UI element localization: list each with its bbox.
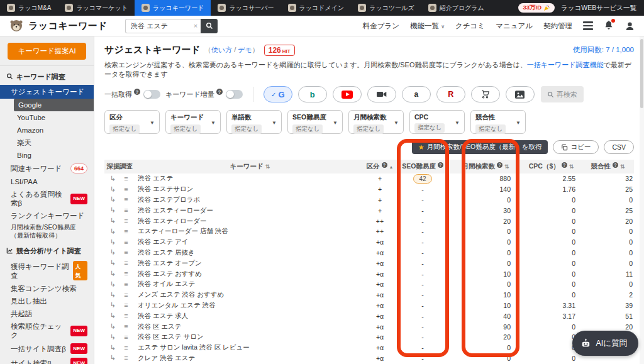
nav-features[interactable]: 機能一覧 ∨ xyxy=(410,21,445,31)
filter-CPC[interactable]: CPC指定なし▼ xyxy=(409,110,465,134)
table-row[interactable]: ↳≡渋谷 エステ おすすめ+α-10011 xyxy=(104,268,634,279)
filter-競合性[interactable]: 競合性指定なし▼ xyxy=(470,110,526,134)
scrollbar[interactable] xyxy=(640,36,644,364)
keyword-cell[interactable]: 渋谷 エステ xyxy=(135,174,365,183)
top-nav-tab-domain[interactable]: ラッコドメイン xyxy=(281,0,352,16)
top-nav-tab-referral[interactable]: 紹介プログラム xyxy=(421,0,491,16)
row-menu-icon[interactable]: ≡ xyxy=(124,270,128,278)
keyword-suggest-ai-button[interactable]: キーワード提案AI xyxy=(8,43,86,60)
engine-pill-google[interactable]: ✓G xyxy=(264,86,292,102)
keyword-cell[interactable]: 渋谷 エスティーローダー xyxy=(135,206,365,215)
column-header-月間検索数[interactable]: 月間検索数?⇅ xyxy=(450,162,521,171)
sidebar-item[interactable]: 見出し抽出 xyxy=(0,295,94,307)
sidebar-item[interactable]: 月間検索数/SEO難易度（最新情報取得） xyxy=(0,222,94,241)
column-header-キーワード[interactable]: キーワード⇅ xyxy=(135,162,365,171)
filter-SEO難易度[interactable]: SEO難易度指定なし▼ xyxy=(287,110,343,134)
scrollbar-thumb[interactable] xyxy=(640,39,643,108)
row-menu-icon[interactable]: ≡ xyxy=(124,333,128,341)
deep-dive-icon[interactable]: ↳ xyxy=(110,344,116,352)
filter-単語数[interactable]: 単語数指定なし▼ xyxy=(226,110,282,134)
filter-区分[interactable]: 区分指定なし▼ xyxy=(104,110,160,134)
row-menu-icon[interactable]: ≡ xyxy=(124,354,128,362)
table-row[interactable]: ↳≡渋谷 エスティーローダー+-30025 xyxy=(104,205,634,216)
deep-dive-icon[interactable]: ↳ xyxy=(110,301,116,309)
help-icon[interactable]: ? xyxy=(438,162,443,168)
sort-icon[interactable]: ⇅ xyxy=(504,163,509,170)
deep-dive-icon[interactable]: ↳ xyxy=(110,259,116,267)
deep-dive-icon[interactable]: ↳ xyxy=(110,354,116,362)
sort-icon[interactable]: ⇅ xyxy=(569,163,574,170)
keyword-cell[interactable]: クレア 渋谷 エステ xyxy=(135,354,365,363)
deep-dive-icon[interactable]: ↳ xyxy=(110,248,116,256)
sidebar-item[interactable]: よくある質問検索βNEW xyxy=(0,188,94,209)
nav-reviews[interactable]: クチコミ xyxy=(455,21,485,31)
table-row[interactable]: ↳≡エスティーローダー 店舗 渋谷++-000 xyxy=(104,226,634,237)
deep-dive-icon[interactable]: ↳ xyxy=(110,217,116,225)
engine-pill-video[interactable] xyxy=(367,86,396,102)
sidebar-item[interactable]: Google xyxy=(14,99,94,111)
sidebar-item[interactable]: 獲得キーワード調査人気 xyxy=(0,259,94,282)
keyword-cell[interactable]: メンズ エステ 渋谷 おすすめ xyxy=(135,290,365,299)
demo-link[interactable]: デモ xyxy=(238,46,252,53)
row-menu-icon[interactable]: ≡ xyxy=(124,185,128,194)
row-menu-icon[interactable]: ≡ xyxy=(124,248,128,256)
table-row[interactable]: ↳≡オリエンタル エステ 渋谷+α-103.3139 xyxy=(104,301,634,311)
brand-logo[interactable]: ラッコキーワード xyxy=(9,19,108,33)
engine-pill-bing[interactable]: b xyxy=(298,86,327,102)
table-row[interactable]: ↳≡渋谷 区 エステ+α-90020 xyxy=(104,321,634,332)
bulk-survey-link[interactable]: 一括キーワード調査機能 xyxy=(527,61,604,69)
column-header-SEO難易度[interactable]: SEO難易度? xyxy=(395,162,450,171)
row-menu-icon[interactable]: ≡ xyxy=(124,259,128,267)
filter-月間検索数[interactable]: 月間検索数指定なし▼ xyxy=(348,110,404,134)
row-menu-icon[interactable]: ≡ xyxy=(124,344,128,352)
table-row[interactable]: ↳≡渋谷 エステ+428802.5532 xyxy=(104,174,634,184)
account-icon[interactable] xyxy=(625,21,635,31)
keyword-cell[interactable]: 渋谷 エステ オープン xyxy=(135,259,365,268)
keyword-cell[interactable]: 渋谷 エスティローダー xyxy=(135,217,365,226)
column-header-深掘調査[interactable]: 深掘調査 xyxy=(104,162,135,171)
sidebar-item[interactable]: サイト検索βNEW xyxy=(0,356,94,364)
clear-search-icon[interactable]: × xyxy=(194,22,197,30)
howto-link[interactable]: 使い方 xyxy=(211,46,232,53)
sidebar-item[interactable]: ランクインキーワード xyxy=(0,209,94,222)
nav-contract[interactable]: 契約管理 xyxy=(543,21,572,31)
table-row[interactable]: ↳≡エステ サロン lavita 渋谷 区 レビュー+α-00 xyxy=(104,343,634,353)
sidebar-item[interactable]: YouTube xyxy=(0,111,94,124)
table-row[interactable]: ↳≡渋谷 エステ 居抜き+α-000 xyxy=(104,248,634,258)
table-row[interactable]: ↳≡メンズ エステ 渋谷 おすすめ+α-1002 xyxy=(104,290,634,301)
engine-pill-image[interactable] xyxy=(506,86,535,102)
sort-icon[interactable]: ⇅ xyxy=(620,163,625,170)
keyword-cell[interactable]: エステ サロン lavita 渋谷 区 レビュー xyxy=(135,343,365,352)
table-row[interactable]: ↳≡渋谷 エステプロラボ+-000 xyxy=(104,195,634,206)
bulk-fetch-toggle[interactable] xyxy=(143,90,160,99)
help-icon[interactable]: ? xyxy=(613,162,618,168)
row-menu-icon[interactable]: ≡ xyxy=(124,206,128,214)
table-row[interactable]: ↳≡渋谷 エスティローダー++-20020 xyxy=(104,216,634,226)
deep-dive-icon[interactable]: ↳ xyxy=(110,206,116,214)
nav-pricing[interactable]: 料金プラン xyxy=(363,21,399,31)
row-menu-icon[interactable]: ≡ xyxy=(124,301,128,309)
sidebar-item[interactable]: 一括サイト調査βNEW xyxy=(0,341,94,356)
hamburger-menu-icon[interactable] xyxy=(583,21,593,30)
sidebar-item[interactable]: Bing xyxy=(0,149,94,162)
engine-pill-rakuten[interactable]: R xyxy=(436,86,465,102)
notifications-bell-icon[interactable] xyxy=(604,20,614,31)
web-services-link[interactable]: ラッコWEBサービス一覧 xyxy=(561,4,636,13)
row-menu-icon[interactable]: ≡ xyxy=(124,323,128,331)
help-icon[interactable]: ? xyxy=(216,89,223,95)
engine-pill-amazon[interactable]: a xyxy=(402,86,431,102)
help-icon[interactable]: ? xyxy=(562,162,567,168)
sidebar-item[interactable]: LSI/PAA xyxy=(0,175,94,188)
help-icon[interactable]: ? xyxy=(382,162,387,168)
column-header-競合性[interactable]: 競合性?⇅ xyxy=(582,162,634,171)
keyword-cell[interactable]: 渋谷 エステ 居抜き xyxy=(135,248,365,257)
row-menu-icon[interactable]: ≡ xyxy=(124,238,128,246)
fetch-latest-button[interactable]: ★月間検索数/SEO難易度（最新）を取得 xyxy=(412,140,548,154)
deep-dive-icon[interactable]: ↳ xyxy=(110,175,116,183)
deep-dive-icon[interactable]: ↳ xyxy=(110,238,116,246)
deep-dive-icon[interactable]: ↳ xyxy=(110,196,116,204)
sort-asc-icon[interactable]: ▲ xyxy=(389,165,394,169)
table-row[interactable]: ↳≡渋谷 エステ 求人+α-403.1751 xyxy=(104,311,634,321)
deep-dive-icon[interactable]: ↳ xyxy=(110,228,116,236)
keyword-cell[interactable]: 渋谷 区 エステ サロン xyxy=(135,333,365,341)
